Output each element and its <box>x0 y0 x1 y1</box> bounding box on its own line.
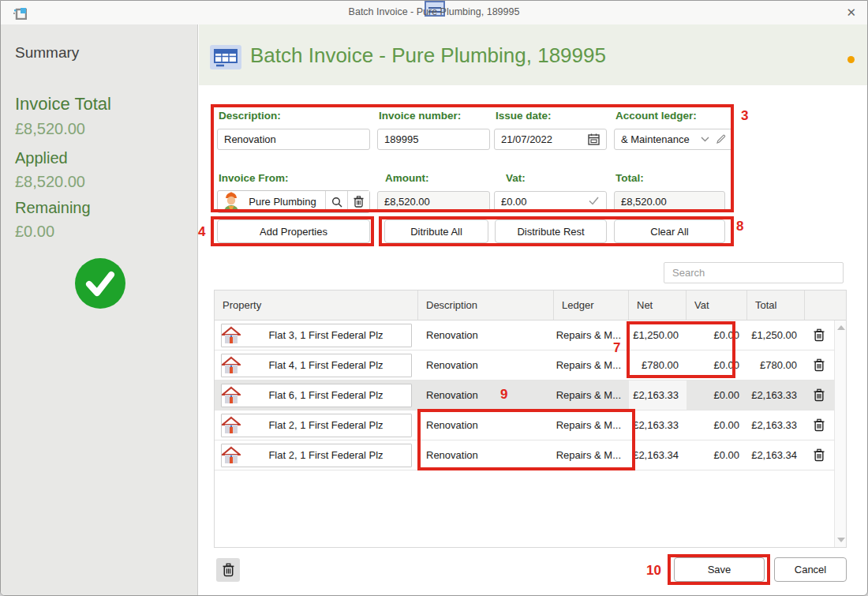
table-row[interactable]: Flat 3, 1 First Federal Plz Renovation R… <box>215 320 846 350</box>
house-icon <box>222 416 241 435</box>
total-cell: £2,163.33 <box>747 410 805 440</box>
vat-cell: £0.00 <box>687 440 747 470</box>
vat-cell: £0.00 <box>687 320 747 350</box>
ledger-cell: Repairs & M... <box>554 380 629 410</box>
vat-valid-check-icon <box>589 197 599 205</box>
col-net[interactable]: Net <box>629 291 687 320</box>
invoice-number-field[interactable] <box>377 129 490 150</box>
sidebar-heading: Summary <box>15 44 79 62</box>
delete-row-trash-icon[interactable] <box>814 328 825 342</box>
description-cell: Renovation <box>418 320 554 350</box>
summary-sidebar: Summary Invoice Total £8,520.00 Applied … <box>1 24 198 596</box>
calendar-icon[interactable] <box>588 133 600 145</box>
description-cell: Renovation <box>418 380 554 410</box>
total-label: Total: <box>615 172 644 184</box>
account-ledger-label: Account ledger: <box>615 110 697 122</box>
delete-row-trash-icon[interactable] <box>814 448 825 462</box>
annotation-label-8: 8 <box>736 219 743 234</box>
house-icon <box>222 356 241 375</box>
ledger-cell: Repairs & M... <box>554 350 629 380</box>
description-label: Description: <box>219 110 281 122</box>
property-cell[interactable]: Flat 6, 1 First Federal Plz <box>221 384 412 407</box>
col-actions <box>805 291 833 320</box>
invoice-from-label: Invoice From: <box>219 172 289 184</box>
property-cell[interactable]: Flat 2, 1 First Federal Plz <box>221 444 412 467</box>
save-button[interactable]: Save <box>674 557 765 582</box>
vat-cell: £0.00 <box>687 410 747 440</box>
description-cell: Renovation <box>418 440 554 470</box>
ledger-cell: Repairs & M... <box>554 320 629 350</box>
close-icon[interactable]: ✕ <box>846 6 856 20</box>
net-cell: £2,163.33 <box>629 380 687 410</box>
table-row[interactable]: Flat 2, 1 First Federal Plz Renovation R… <box>215 410 846 440</box>
table-row-selected[interactable]: Flat 6, 1 First Federal Plz Renovation R… <box>215 380 846 410</box>
description-field[interactable] <box>217 129 370 150</box>
total-field[interactable] <box>614 191 725 212</box>
batch-invoice-window: Batch Invoice - Pure Plumbing, 189995 ✕ … <box>0 0 868 596</box>
status-dot-icon <box>847 56 855 63</box>
ledger-cell: Repairs & M... <box>554 410 629 440</box>
window-title: Batch Invoice - Pure Plumbing, 189995 <box>1 6 867 17</box>
remaining-value: £0.00 <box>15 223 54 241</box>
vat-label: Vat: <box>506 172 526 184</box>
distribute-rest-button[interactable]: Distribute Rest <box>495 219 607 243</box>
delete-selected-trash-icon[interactable] <box>216 558 240 582</box>
delete-row-trash-icon[interactable] <box>814 388 825 402</box>
vat-cell: £0.00 <box>687 380 747 410</box>
total-cell: £2,163.34 <box>747 440 805 470</box>
house-icon <box>222 386 241 405</box>
total-cell: £780.00 <box>747 350 805 380</box>
page-title: Batch Invoice - Pure Plumbing, 189995 <box>250 43 606 68</box>
property-cell[interactable]: Flat 3, 1 First Federal Plz <box>221 324 412 347</box>
table-scrollbar[interactable] <box>834 320 846 547</box>
col-total[interactable]: Total <box>747 291 805 320</box>
property-cell[interactable]: Flat 2, 1 First Federal Plz <box>221 414 412 437</box>
chevron-down-icon[interactable] <box>701 137 709 142</box>
col-ledger[interactable]: Ledger <box>554 291 629 320</box>
col-property[interactable]: Property <box>215 291 418 320</box>
scroll-up-icon[interactable] <box>837 325 845 330</box>
issue-date-label: Issue date: <box>496 110 552 122</box>
vat-cell: £0.00 <box>687 350 747 380</box>
remaining-label: Remaining <box>15 199 91 217</box>
amount-label: Amount: <box>385 172 428 184</box>
account-ledger-select[interactable]: & Maintenance <box>614 129 733 150</box>
invoice-number-label: Invoice number: <box>379 110 461 122</box>
table-row[interactable]: Flat 4, 1 First Federal Plz Renovation R… <box>215 350 846 380</box>
applied-value: £8,520.00 <box>15 173 85 191</box>
description-cell: Renovation <box>418 410 554 440</box>
invoice-total-label: Invoice Total <box>15 94 111 114</box>
edit-pencil-icon[interactable] <box>716 134 726 144</box>
clear-all-button[interactable]: Clear All <box>614 219 725 243</box>
properties-table: Property Description Ledger Net Vat Tota… <box>214 290 847 548</box>
distribute-all-button[interactable]: Ditribute All <box>384 219 488 243</box>
col-vat[interactable]: Vat <box>687 291 747 320</box>
house-icon <box>222 326 241 345</box>
remove-contact-trash-icon[interactable] <box>347 191 369 212</box>
delete-row-trash-icon[interactable] <box>814 358 825 372</box>
net-cell: £1,250.00 <box>629 320 687 350</box>
add-properties-button[interactable]: Add Properties <box>217 219 370 243</box>
total-cell: £2,163.33 <box>747 380 805 410</box>
col-description[interactable]: Description <box>418 291 554 320</box>
cancel-button[interactable]: Cancel <box>774 557 847 582</box>
invoice-total-value: £8,520.00 <box>15 120 85 138</box>
total-cell: £1,250.00 <box>747 320 805 350</box>
search-contact-icon[interactable] <box>325 191 347 212</box>
delete-row-trash-icon[interactable] <box>814 418 825 432</box>
titlebar[interactable]: Batch Invoice - Pure Plumbing, 189995 ✕ <box>1 1 867 24</box>
net-cell: £2,163.34 <box>629 440 687 470</box>
annotation-label-4: 4 <box>198 224 205 240</box>
batch-invoice-icon <box>210 45 241 69</box>
annotation-label-3: 3 <box>741 108 748 124</box>
property-cell[interactable]: Flat 4, 1 First Federal Plz <box>221 354 412 377</box>
plumber-avatar-icon <box>223 192 240 212</box>
table-row[interactable]: Flat 2, 1 First Federal Plz Renovation R… <box>215 440 846 470</box>
scroll-down-icon[interactable] <box>837 538 845 542</box>
invoice-from-picker[interactable]: Pure Plumbing <box>217 190 370 213</box>
applied-label: Applied <box>15 149 68 167</box>
account-ledger-value: & Maintenance <box>621 133 701 145</box>
amount-field[interactable] <box>377 191 490 212</box>
ledger-cell: Repairs & M... <box>554 440 629 470</box>
search-input[interactable] <box>664 262 844 283</box>
